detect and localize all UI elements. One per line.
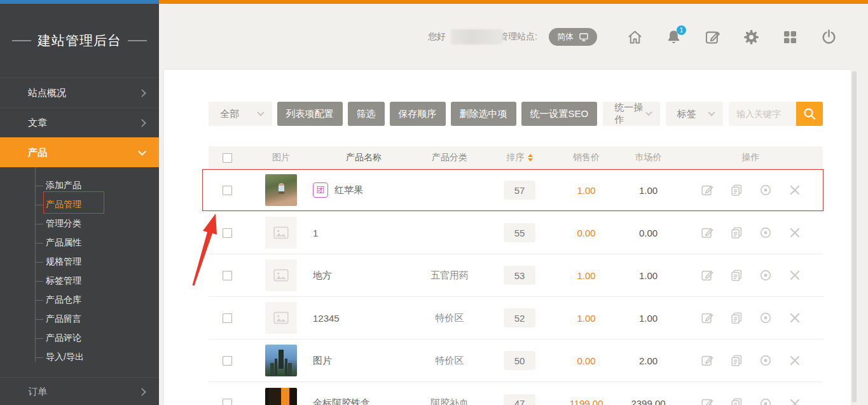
- sort-value-field[interactable]: 47: [504, 394, 535, 405]
- edit-icon[interactable]: [700, 311, 714, 325]
- delete-x-icon[interactable]: [788, 268, 802, 282]
- sort-arrows-icon: [528, 154, 533, 161]
- product-name: 12345: [313, 313, 340, 324]
- submenu-item-spec-management[interactable]: 规格管理: [0, 252, 159, 271]
- header-category: 产品分类: [415, 152, 485, 163]
- submenu-item-product-management[interactable]: 产品管理: [0, 195, 159, 214]
- product-thumbnail: [265, 388, 297, 405]
- copy-icon[interactable]: [729, 311, 743, 325]
- filter-button[interactable]: 筛选: [348, 102, 385, 126]
- market-price: 1.00: [618, 313, 679, 324]
- edit-icon[interactable]: [700, 226, 714, 240]
- edit-icon[interactable]: [700, 183, 714, 197]
- chevron-right-icon: [138, 388, 146, 396]
- view-eye-icon[interactable]: [759, 226, 773, 240]
- submenu-item-import-export[interactable]: 导入/导出: [0, 348, 159, 367]
- row-checkbox[interactable]: [223, 313, 232, 323]
- row-checkbox[interactable]: [223, 271, 232, 280]
- compose-icon[interactable]: [704, 29, 721, 46]
- copy-icon[interactable]: [729, 397, 743, 405]
- delete-x-icon[interactable]: [788, 226, 802, 240]
- image-placeholder-icon: [273, 267, 289, 284]
- submenu-item-product-reviews[interactable]: 产品评论: [0, 329, 159, 348]
- manage-site-label: 管理站点:: [499, 31, 537, 43]
- greeting-text: 您好: [428, 31, 446, 43]
- view-eye-icon[interactable]: [759, 183, 773, 197]
- tag-dropdown[interactable]: 标签: [666, 102, 723, 126]
- market-price: 0.00: [618, 228, 679, 238]
- delete-x-icon[interactable]: [788, 354, 802, 367]
- save-order-button[interactable]: 保存顺序: [390, 102, 446, 126]
- edit-icon[interactable]: [700, 397, 714, 405]
- submenu-item-add-product[interactable]: 添加产品: [0, 176, 159, 195]
- product-name: 图片: [313, 355, 332, 367]
- sidebar-item-products[interactable]: 产品: [0, 137, 159, 167]
- sale-price: 1.00: [555, 313, 618, 324]
- view-eye-icon[interactable]: [759, 311, 773, 325]
- batch-operation-dropdown[interactable]: 统一操作: [603, 102, 660, 126]
- language-button[interactable]: 简体: [549, 28, 597, 46]
- row-checkbox[interactable]: [223, 356, 232, 366]
- title-dash-right: [128, 40, 147, 41]
- view-eye-icon[interactable]: [759, 268, 773, 282]
- copy-icon[interactable]: [729, 354, 743, 367]
- apps-grid-icon[interactable]: [782, 29, 799, 46]
- market-price: 1.00: [618, 270, 679, 281]
- gear-icon[interactable]: [743, 29, 760, 46]
- market-price: 2399.00: [618, 398, 679, 405]
- delete-x-icon[interactable]: [788, 183, 802, 197]
- sort-value-field[interactable]: 55: [504, 223, 535, 242]
- sidebar: 建站管理后台 站点概况 文章 产品 添加产品 产品管理 管理分类 产品属性 规格…: [0, 4, 159, 405]
- search-button[interactable]: [796, 102, 823, 126]
- chevron-right-icon: [138, 119, 146, 127]
- submenu-item-product-attributes[interactable]: 产品属性: [0, 233, 159, 252]
- home-icon[interactable]: [626, 29, 644, 46]
- sort-value-field[interactable]: 52: [504, 308, 535, 327]
- sidebar-item-orders[interactable]: 订单: [0, 377, 159, 405]
- product-category: 特价区: [415, 355, 485, 367]
- view-eye-icon[interactable]: [759, 354, 773, 367]
- seo-batch-button[interactable]: 统一设置SEO: [521, 102, 598, 126]
- groupbuy-badge: 团: [313, 182, 328, 198]
- admin-page: { "colors": { "accent_orange": "#f7941e"…: [0, 0, 868, 405]
- copy-icon[interactable]: [729, 183, 743, 197]
- submenu-item-product-messages[interactable]: 产品留言: [0, 310, 159, 329]
- select-all-checkbox[interactable]: [223, 153, 232, 163]
- delete-x-icon[interactable]: [788, 397, 802, 405]
- delete-selected-button[interactable]: 删除选中项: [451, 102, 516, 126]
- table-row: 地方 五官用药 53 1.00 1.00: [209, 254, 823, 297]
- sort-value-field[interactable]: 53: [504, 266, 535, 285]
- row-checkbox[interactable]: [223, 186, 232, 195]
- table-row: 图片 特价区 50 0.00 2.00: [209, 340, 823, 382]
- table-row: 团 红苹果 57 1.00 1.00: [209, 169, 823, 212]
- header-icons: 1: [626, 29, 837, 46]
- submenu-item-product-warehouse[interactable]: 产品仓库: [0, 291, 159, 310]
- sort-value-field[interactable]: 57: [504, 181, 535, 200]
- submenu-item-manage-categories[interactable]: 管理分类: [0, 214, 159, 233]
- product-category: 阿胶补血: [415, 397, 485, 405]
- search-group: [729, 102, 823, 126]
- header-sort[interactable]: 排序: [507, 152, 533, 163]
- header-name: 产品名称: [313, 152, 415, 163]
- products-submenu: 添加产品 产品管理 管理分类 产品属性 规格管理 标签管理 产品仓库 产品留言 …: [0, 167, 159, 377]
- notifications-bell-icon[interactable]: 1: [665, 29, 682, 46]
- scrollbar-thumb[interactable]: [852, 71, 857, 402]
- power-icon[interactable]: [820, 29, 837, 46]
- row-checkbox[interactable]: [223, 228, 232, 238]
- row-checkbox[interactable]: [223, 399, 232, 405]
- copy-icon[interactable]: [729, 226, 743, 240]
- view-eye-icon[interactable]: [759, 397, 773, 405]
- copy-icon[interactable]: [729, 268, 743, 282]
- list-config-button[interactable]: 列表项配置: [277, 102, 343, 126]
- search-input[interactable]: [729, 102, 796, 126]
- delete-x-icon[interactable]: [788, 311, 802, 325]
- toolbar: 全部 列表项配置 筛选 保存顺序 删除选中项 统一设置SEO 统一操作 标签: [209, 102, 823, 126]
- product-thumbnail: [265, 302, 297, 334]
- sidebar-item-site-overview[interactable]: 站点概况: [0, 78, 159, 107]
- sidebar-item-articles[interactable]: 文章: [0, 107, 159, 137]
- sort-value-field[interactable]: 50: [504, 351, 535, 370]
- edit-icon[interactable]: [700, 268, 714, 282]
- filter-all-dropdown[interactable]: 全部: [209, 102, 272, 126]
- edit-icon[interactable]: [700, 354, 714, 367]
- submenu-item-tag-management[interactable]: 标签管理: [0, 271, 159, 291]
